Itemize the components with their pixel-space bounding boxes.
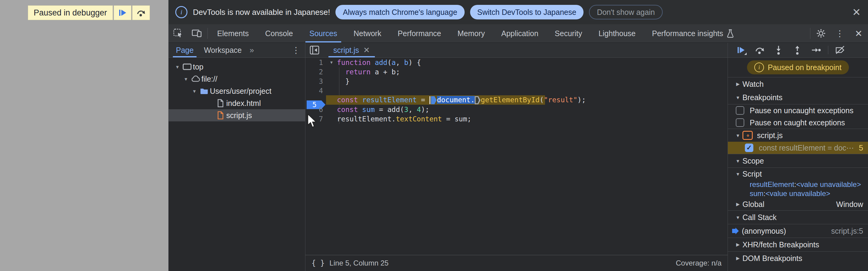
tree-item-script-js[interactable]: script.js bbox=[168, 109, 305, 121]
tab-network[interactable]: Network bbox=[345, 24, 390, 42]
tab-application[interactable]: Application bbox=[493, 24, 547, 42]
inline-breakpoint-marker-active[interactable] bbox=[431, 96, 437, 104]
code-token: add bbox=[375, 59, 388, 66]
checkbox-label: Pause on uncaught exceptions bbox=[750, 106, 854, 115]
code-token: resultElement. bbox=[337, 115, 396, 123]
code-line-2[interactable]: 2 return a + b; bbox=[305, 67, 727, 77]
debugger-sidebar: i Paused on breakpoint ▶Watch▼Breakpoint… bbox=[728, 43, 868, 271]
tab-performance[interactable]: Performance bbox=[390, 24, 449, 42]
code-token: ( bbox=[387, 59, 392, 66]
navigator-menu-icon[interactable]: ⋮ bbox=[292, 45, 300, 55]
editor-tab-scriptjs[interactable]: script.js ✕ bbox=[329, 43, 375, 57]
tab-performance-insights[interactable]: Performance insights bbox=[644, 24, 742, 42]
tab-page[interactable]: Page bbox=[173, 43, 196, 57]
code-text[interactable]: resultElement.textContent = sum; bbox=[337, 115, 471, 123]
section-breakpoints[interactable]: ▼Breakpoints bbox=[728, 91, 868, 104]
tree-item-index-html[interactable]: index.html bbox=[168, 97, 305, 109]
tab-lighthouse[interactable]: Lighthouse bbox=[590, 24, 644, 42]
step-over-button[interactable] bbox=[132, 5, 150, 20]
code-line-7[interactable]: 7resultElement.textContent = sum; bbox=[305, 114, 727, 123]
variable-name: resultElement bbox=[750, 180, 794, 189]
line-number[interactable]: 3 bbox=[305, 78, 326, 85]
tree-expander-icon[interactable]: ▼ bbox=[190, 89, 198, 94]
tree-item-top[interactable]: ▼top bbox=[168, 61, 305, 73]
line-number[interactable]: 6 bbox=[305, 106, 326, 114]
close-icon[interactable]: ✕ bbox=[849, 24, 868, 42]
resume-icon[interactable] bbox=[733, 43, 749, 57]
devtools-window: i DevTools is now available in Japanese!… bbox=[168, 0, 868, 271]
section-global[interactable]: ▶GlobalWindow bbox=[728, 198, 868, 210]
js-source-icon: ‹› bbox=[742, 131, 753, 140]
line-number[interactable]: 4 bbox=[305, 87, 326, 95]
section-xhr-fetch-breakpoints[interactable]: ▶XHR/fetch Breakpoints bbox=[728, 238, 868, 251]
code-token: resultElement bbox=[362, 96, 417, 104]
callstack-frame--anonymous-[interactable]: (anonymous)script.js:5 bbox=[728, 224, 868, 238]
tab-console[interactable]: Console bbox=[257, 24, 301, 42]
flask-icon bbox=[726, 29, 734, 38]
code-line-3[interactable]: 3 } bbox=[305, 77, 727, 86]
tree-item-users-user-project[interactable]: ▼Users/user/project bbox=[168, 85, 305, 97]
step-icon[interactable] bbox=[808, 43, 824, 57]
line-number[interactable]: 1 bbox=[305, 59, 326, 66]
step-over-icon[interactable] bbox=[751, 43, 768, 57]
line-number[interactable]: 2 bbox=[305, 68, 326, 76]
device-toolbar-icon[interactable] bbox=[187, 24, 206, 42]
breakpoint-entry[interactable]: ✓const resultElement = doc⋯5 bbox=[728, 142, 868, 154]
tab-workspace[interactable]: Workspace bbox=[201, 43, 245, 57]
paused-on-breakpoint-pill: i Paused on breakpoint bbox=[747, 60, 848, 74]
code-line-5[interactable]: 5const resultElement = document.getEleme… bbox=[305, 95, 727, 105]
step-out-icon[interactable] bbox=[789, 43, 806, 57]
switch-devtools-japanese-button[interactable]: Switch DevTools to Japanese bbox=[470, 5, 584, 20]
variable-value: <value unavailable> bbox=[766, 189, 830, 198]
editor-statusbar: { } Line 5, Column 25 Coverage: n/a bbox=[305, 255, 727, 271]
dont-show-again-button[interactable]: Don't show again bbox=[589, 5, 663, 20]
code-token: getElementById bbox=[481, 96, 539, 104]
code-editor[interactable]: 1▼function add(a, b) {2 return a + b;3 }… bbox=[305, 58, 727, 255]
code-line-1[interactable]: 1▼function add(a, b) { bbox=[305, 58, 727, 67]
tree-expander-icon[interactable]: ▼ bbox=[182, 77, 190, 82]
editor-tab-close-icon[interactable]: ✕ bbox=[363, 46, 370, 55]
tab-memory[interactable]: Memory bbox=[449, 24, 493, 42]
variable-colon: : bbox=[794, 180, 797, 189]
code-line-6[interactable]: 6const sum = add(3, 4); bbox=[305, 105, 727, 114]
fold-marker-icon[interactable]: ▼ bbox=[326, 60, 337, 65]
tab-label: Performance bbox=[398, 29, 441, 38]
more-menu-icon[interactable]: ⋮ bbox=[830, 24, 849, 42]
breakpoint-checkbox[interactable]: ✓ bbox=[745, 144, 753, 152]
section-script-js[interactable]: ▼‹›script.js bbox=[728, 129, 868, 142]
checkbox[interactable] bbox=[736, 118, 744, 127]
more-tabs-icon[interactable]: » bbox=[250, 46, 254, 55]
code-line-4[interactable]: 4 bbox=[305, 86, 727, 95]
settings-gear-icon[interactable] bbox=[812, 24, 830, 42]
inline-breakpoint-marker-inactive[interactable] bbox=[475, 96, 480, 104]
always-match-language-button[interactable]: Always match Chrome's language bbox=[335, 5, 464, 20]
section-scope[interactable]: ▼Scope bbox=[728, 154, 868, 168]
code-token: ) { bbox=[408, 59, 421, 66]
deactivate-breakpoints-icon[interactable] bbox=[832, 43, 848, 57]
code-text[interactable]: function add(a, b) { bbox=[337, 59, 421, 66]
code-text[interactable]: const resultElement = document.getElemen… bbox=[337, 96, 586, 104]
tab-security[interactable]: Security bbox=[547, 24, 590, 42]
resume-script-button[interactable] bbox=[114, 5, 131, 20]
show-navigator-icon[interactable] bbox=[305, 45, 323, 55]
section-script[interactable]: ▼Script bbox=[728, 168, 868, 180]
checkbox-row-pause-on-uncaught-exceptions[interactable]: Pause on uncaught exceptions bbox=[728, 104, 868, 117]
tree-item-file-[interactable]: ▼file:// bbox=[168, 73, 305, 85]
section-dom-breakpoints[interactable]: ▶DOM Breakpoints bbox=[728, 251, 868, 265]
checkbox[interactable] bbox=[736, 106, 744, 115]
paused-message-row: i Paused on breakpoint bbox=[728, 58, 868, 77]
code-text[interactable]: const sum = add(3, 4); bbox=[337, 106, 429, 114]
infobar-close-icon[interactable]: ✕ bbox=[847, 6, 866, 18]
tab-sources[interactable]: Sources bbox=[301, 24, 345, 42]
folder-icon bbox=[198, 87, 210, 95]
pretty-print-icon[interactable]: { } bbox=[311, 259, 324, 267]
step-into-icon[interactable] bbox=[770, 43, 787, 57]
tree-expander-icon[interactable]: ▼ bbox=[174, 64, 181, 69]
code-text[interactable]: return a + b; bbox=[337, 68, 400, 76]
checkbox-row-pause-on-caught-exceptions[interactable]: Pause on caught exceptions bbox=[728, 117, 868, 129]
inspect-icon[interactable] bbox=[168, 24, 187, 42]
tab-elements[interactable]: Elements bbox=[209, 24, 257, 42]
code-text[interactable]: } bbox=[337, 78, 350, 85]
section-watch[interactable]: ▶Watch bbox=[728, 78, 868, 91]
section-call-stack[interactable]: ▼Call Stack bbox=[728, 211, 868, 224]
